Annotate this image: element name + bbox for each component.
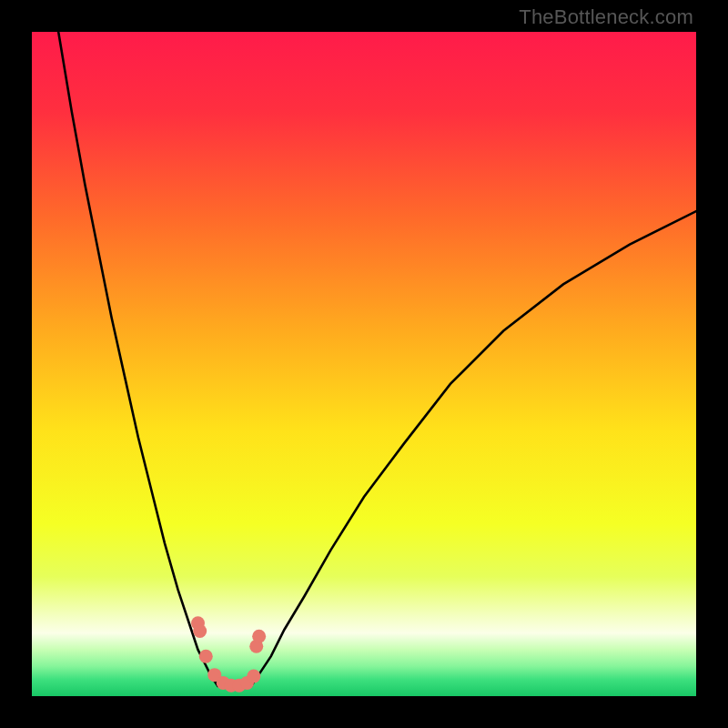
chart-frame: TheBottleneck.com — [0, 0, 728, 728]
data-marker — [247, 670, 260, 683]
data-markers — [191, 616, 266, 693]
left-curve — [58, 32, 251, 686]
plot-area — [32, 32, 696, 696]
right-curve — [251, 211, 696, 686]
data-marker — [199, 650, 213, 663]
data-marker — [252, 630, 266, 643]
data-marker — [193, 624, 207, 638]
watermark-text: TheBottleneck.com — [519, 5, 693, 29]
curves-layer — [32, 32, 696, 696]
